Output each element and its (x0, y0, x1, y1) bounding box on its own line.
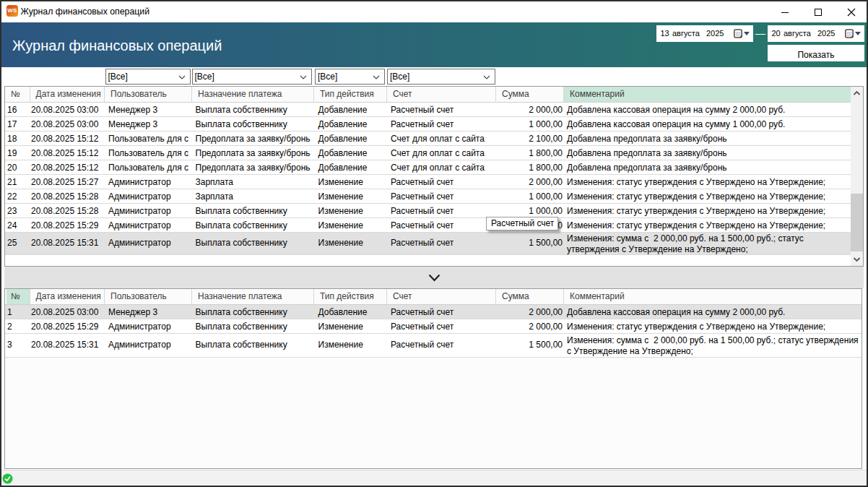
minimize-icon (781, 12, 789, 13)
calendar-icon[interactable] (845, 29, 854, 38)
chevron-down-icon (852, 257, 862, 263)
scroll-down-button[interactable] (851, 254, 863, 266)
maximize-icon (815, 9, 822, 16)
window-title: Журнал финансовых операций (21, 1, 150, 22)
column-header-account[interactable]: Счет (387, 289, 496, 304)
scrollbar-thumb[interactable] (851, 194, 863, 251)
close-icon (847, 8, 856, 17)
date-to-day[interactable]: 20 (772, 25, 781, 42)
calendar-icon[interactable] (734, 29, 742, 38)
close-button[interactable] (835, 1, 868, 22)
title-bar: WS Журнал финансовых операций (1, 1, 867, 22)
tooltip: Расчетный счет (486, 217, 558, 230)
table-header-row: № Дата изменения Пользователь Назначение… (5, 289, 862, 305)
table-row[interactable]: 25 20.08.2025 15:31 Администратор Выплат… (5, 233, 851, 255)
date-from-month[interactable]: августа (672, 25, 700, 42)
date-to-dropdown-icon[interactable] (855, 32, 861, 35)
app-logo-ws-icon: WS (6, 5, 18, 17)
date-from-day[interactable]: 13 (661, 25, 669, 42)
table-row[interactable]: 2 20.08.2025 15:29 Администратор Выплата… (5, 319, 862, 334)
filter-combobox-3[interactable]: [Все] (315, 69, 385, 85)
column-header-comment[interactable]: Комментарий (564, 289, 862, 304)
column-header-num[interactable]: № (6, 87, 30, 102)
column-header-purpose[interactable]: Назначение платежа (192, 289, 314, 304)
minimize-button[interactable] (768, 1, 802, 22)
column-header-user[interactable]: Пользователь (105, 87, 192, 102)
column-header-action[interactable]: Тип действия (314, 289, 387, 304)
status-ok-green-check-icon (2, 473, 13, 484)
table-row[interactable]: 23 20.08.2025 15:28 Администратор Выплат… (5, 204, 851, 218)
vertical-scrollbar[interactable] (851, 87, 863, 266)
page-title: Журнал финансовых операций (12, 37, 222, 54)
header-band: Журнал финансовых операций 13 августа 20… (1, 22, 867, 67)
chevron-down-icon (483, 75, 490, 79)
chevron-up-icon (852, 90, 862, 96)
table-row[interactable]: 17 20.08.2025 03:00 Менеджер 3 Выплата с… (5, 117, 851, 132)
date-from-year[interactable]: 2025 (706, 25, 724, 42)
table-row[interactable]: 19 20.08.2025 15:12 Пользователь для с П… (5, 146, 851, 160)
date-to-picker[interactable]: 20 августа 2025 (768, 25, 864, 42)
filter-combobox-2[interactable]: [Все] (192, 69, 313, 85)
column-header-purpose[interactable]: Назначение платежа (192, 87, 314, 102)
column-header-action[interactable]: Тип действия (314, 87, 387, 102)
table-row[interactable]: 3 20.08.2025 15:31 Администратор Выплата… (5, 334, 862, 358)
app-window: WS Журнал финансовых операций Журнал фин… (0, 0, 868, 487)
column-header-amount[interactable]: Сумма (496, 289, 564, 304)
chevron-down-icon (373, 75, 380, 79)
table-row[interactable]: 22 20.08.2025 15:28 Администратор Зарпла… (5, 189, 851, 204)
table-body: 1 20.08.2025 03:00 Менеджер 3 Выплата со… (5, 305, 862, 358)
status-bar (1, 470, 867, 486)
chevron-down-icon (300, 75, 307, 79)
splitter-bar[interactable] (4, 267, 864, 288)
scroll-up-button[interactable] (851, 87, 863, 99)
column-header-date[interactable]: Дата изменения (30, 87, 105, 102)
column-header-amount[interactable]: Сумма (496, 87, 564, 102)
date-range-separator: — (753, 25, 768, 42)
table-row[interactable]: 24 20.08.2025 15:29 Администратор Выплат… (5, 218, 851, 233)
column-header-user[interactable]: Пользователь (105, 289, 192, 304)
table-row[interactable]: 1 20.08.2025 03:00 Менеджер 3 Выплата со… (5, 305, 862, 319)
column-header-date[interactable]: Дата изменения (30, 289, 105, 304)
date-from-picker[interactable]: 13 августа 2025 (656, 25, 753, 42)
date-to-month[interactable]: августа (784, 25, 811, 42)
date-to-year[interactable]: 2025 (817, 25, 835, 42)
table-body: 16 20.08.2025 03:00 Менеджер 3 Выплата с… (5, 103, 863, 255)
table-row[interactable]: 20 20.08.2025 15:12 Пользователь для с П… (5, 160, 851, 175)
chevron-down-icon (178, 75, 186, 79)
journal-table-bottom: № Дата изменения Пользователь Назначение… (4, 288, 862, 469)
journal-table-top: № Дата изменения Пользователь Назначение… (4, 86, 864, 267)
table-row[interactable]: 18 20.08.2025 15:12 Пользователь для с П… (5, 132, 851, 146)
maximize-button[interactable] (802, 1, 835, 22)
column-header-num[interactable]: № (6, 289, 30, 304)
date-from-dropdown-icon[interactable] (744, 32, 750, 35)
table-row[interactable]: 16 20.08.2025 03:00 Менеджер 3 Выплата с… (5, 103, 851, 117)
collapse-chevron-icon[interactable] (428, 274, 440, 282)
column-header-account[interactable]: Счет (387, 87, 496, 102)
table-header-row: № Дата изменения Пользователь Назначение… (5, 87, 863, 103)
filter-combobox-1[interactable]: [Все] (105, 69, 191, 85)
table-row[interactable]: 21 20.08.2025 15:27 Администратор Зарпла… (5, 175, 851, 189)
filter-combobox-4[interactable]: [Все] (387, 69, 495, 85)
show-button[interactable]: Показать (768, 45, 864, 61)
column-header-comment[interactable]: Комментарий (564, 87, 851, 102)
